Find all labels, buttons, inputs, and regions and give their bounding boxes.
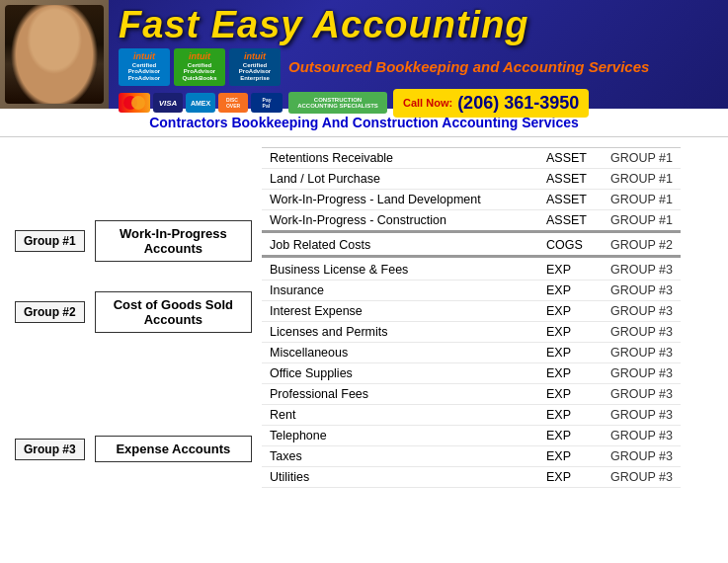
account-group: GROUP #3 [603, 343, 681, 363]
group-3-name: Expense Accounts [95, 436, 252, 462]
account-name: Job Related Costs [262, 232, 538, 257]
call-section: Call Now: (206) 361-3950 [393, 89, 589, 118]
accounts-panel: Retentions ReceivableASSETGROUP #1Land /… [262, 147, 713, 488]
account-group: GROUP #1 [603, 210, 681, 232]
account-group: GROUP #3 [603, 301, 681, 322]
account-type: EXP [538, 281, 603, 301]
account-type: EXP [538, 363, 603, 384]
call-now-label: Call Now: [403, 97, 452, 109]
discover-badge: DISCOVER [218, 93, 248, 113]
group-row-3: Group #3 Expense Accounts [15, 432, 252, 466]
account-group: GROUP #3 [603, 384, 681, 405]
table-row: RentEXPGROUP #3 [262, 405, 681, 426]
group-row-1: Group #1 Work-In-Progress Accounts [15, 216, 252, 266]
spacer-2 [15, 266, 252, 287]
group-row-2: Group #2 Cost of Goods Sold Accounts [15, 287, 252, 337]
account-name: Insurance [262, 281, 538, 301]
table-row: Professional FeesEXPGROUP #3 [262, 384, 681, 405]
table-row: Interest ExpenseEXPGROUP #3 [262, 301, 681, 322]
intuit-badges: intuit CertifiedProAdvisorProAdvisor int… [119, 48, 281, 86]
main-content: Group #1 Work-In-Progress Accounts Group… [0, 137, 728, 498]
intuit-badge-2: intuit CertifiedProAdvisorQuickBooks [174, 48, 225, 86]
groups-panel: Group #1 Work-In-Progress Accounts Group… [15, 147, 252, 488]
account-type: EXP [538, 467, 603, 488]
paypal-badge: PayPal [251, 93, 283, 113]
account-type: EXP [538, 322, 603, 343]
table-row: Retentions ReceivableASSETGROUP #1 [262, 148, 681, 169]
company-photo [0, 0, 109, 109]
header-content: Fast Easy Accounting intuit CertifiedPro… [109, 0, 728, 109]
account-type: EXP [538, 343, 603, 363]
account-name: Business License & Fees [262, 257, 538, 281]
account-type: EXP [538, 405, 603, 426]
group-3-label: Group #3 [15, 439, 85, 460]
account-group: GROUP #3 [603, 426, 681, 446]
company-title: Fast Easy Accounting [119, 5, 718, 46]
account-type: EXP [538, 446, 603, 467]
table-row: Work-In-Progress - Land DevelopmentASSET… [262, 190, 681, 210]
account-group: GROUP #1 [603, 190, 681, 210]
group-2-name: Cost of Goods Sold Accounts [95, 291, 252, 333]
table-row: Job Related CostsCOGSGROUP #2 [262, 232, 681, 257]
call-number: (206) 361-3950 [457, 93, 579, 114]
account-name: Professional Fees [262, 384, 538, 405]
visa-badge: VISA [153, 93, 183, 113]
account-name: Retentions Receivable [262, 148, 538, 169]
account-type: EXP [538, 384, 603, 405]
intuit-logo-2: intuit [189, 52, 210, 62]
table-row: Land / Lot PurchaseASSETGROUP #1 [262, 169, 681, 190]
person-photo [5, 5, 104, 104]
amex-badge: AMEX [186, 93, 215, 113]
account-group: GROUP #3 [603, 446, 681, 467]
account-name: Taxes [262, 446, 538, 467]
table-row: Office SuppliesEXPGROUP #3 [262, 363, 681, 384]
header-bottom: VISA AMEX DISCOVER PayPal CONSTRUCTIONAC… [119, 89, 718, 118]
intuit-badge-3: intuit CertifiedProAdvisorEnterprise [229, 48, 281, 86]
badge-certified-2: CertifiedProAdvisorQuickBooks [182, 62, 216, 82]
header-middle: intuit CertifiedProAdvisorProAdvisor int… [119, 48, 718, 86]
face [5, 5, 104, 104]
account-type: ASSET [538, 148, 603, 169]
accounts-table: Retentions ReceivableASSETGROUP #1Land /… [262, 147, 681, 488]
account-name: Land / Lot Purchase [262, 169, 538, 190]
table-row: TaxesEXPGROUP #3 [262, 446, 681, 467]
account-group: GROUP #2 [603, 232, 681, 257]
account-name: Rent [262, 405, 538, 426]
account-group: GROUP #3 [603, 322, 681, 343]
intuit-logo-3: intuit [244, 52, 266, 62]
account-name: Miscellaneous [262, 343, 538, 363]
table-row: TelephoneEXPGROUP #3 [262, 426, 681, 446]
table-row: Licenses and PermitsEXPGROUP #3 [262, 322, 681, 343]
train-logo: CONSTRUCTIONACCOUNTING SPECIALISTS [288, 92, 387, 114]
group-1-name: Work-In-Progress Accounts [95, 220, 252, 262]
account-type: ASSET [538, 190, 603, 210]
outsourced-text: Outsourced Bookkeeping and Accounting Se… [288, 58, 649, 75]
account-name: Work-In-Progress - Construction [262, 210, 538, 232]
account-name: Interest Expense [262, 301, 538, 322]
account-type: COGS [538, 232, 603, 257]
intuit-badge-1: intuit CertifiedProAdvisorProAdvisor [119, 48, 170, 86]
account-type: EXP [538, 426, 603, 446]
account-group: GROUP #3 [603, 363, 681, 384]
table-row: Work-In-Progress - ConstructionASSETGROU… [262, 210, 681, 232]
account-name: Utilities [262, 467, 538, 488]
account-name: Telephone [262, 426, 538, 446]
account-group: GROUP #3 [603, 405, 681, 426]
table-row: MiscellaneousEXPGROUP #3 [262, 343, 681, 363]
table-row: InsuranceEXPGROUP #3 [262, 281, 681, 301]
account-group: GROUP #3 [603, 467, 681, 488]
mastercard-badge [119, 93, 150, 113]
spacer-3 [15, 337, 252, 432]
spacer-1 [15, 147, 252, 216]
table-row: Business License & FeesEXPGROUP #3 [262, 257, 681, 281]
account-name: Licenses and Permits [262, 322, 538, 343]
account-group: GROUP #3 [603, 281, 681, 301]
group-2-label: Group #2 [15, 301, 85, 323]
group-1-label: Group #1 [15, 230, 85, 252]
account-group: GROUP #3 [603, 257, 681, 281]
payment-badges: VISA AMEX DISCOVER PayPal [119, 93, 283, 113]
account-type: ASSET [538, 210, 603, 232]
badge-certified-1: CertifiedProAdvisorProAdvisor [128, 62, 160, 82]
account-name: Work-In-Progress - Land Development [262, 190, 538, 210]
table-row: UtilitiesEXPGROUP #3 [262, 467, 681, 488]
